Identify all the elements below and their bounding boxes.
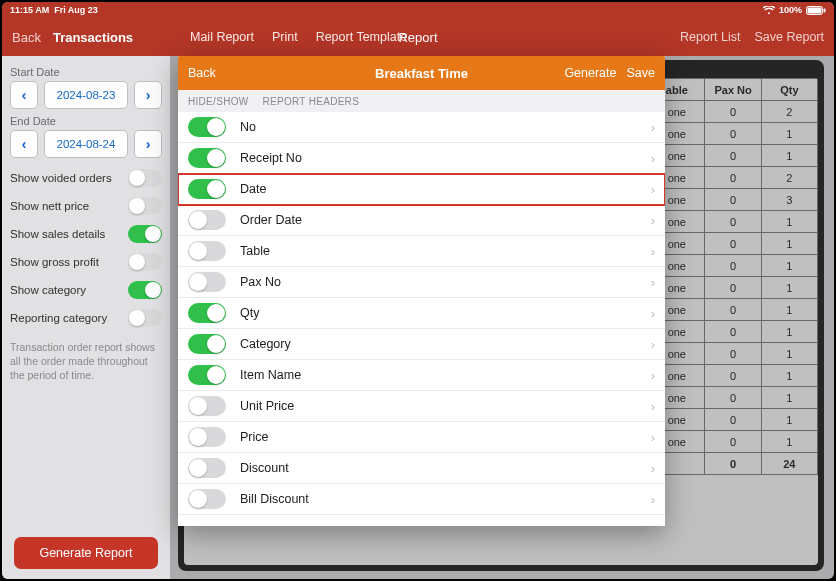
sidebar-option-label: Show nett price bbox=[10, 200, 89, 213]
chevron-right-icon: › bbox=[651, 306, 655, 321]
status-time: 11:15 AM Fri Aug 23 bbox=[10, 5, 98, 15]
chevron-right-icon: › bbox=[651, 492, 655, 507]
modal-row[interactable]: Order Date› bbox=[178, 205, 665, 236]
end-date-button[interactable]: 2024-08-24 bbox=[44, 130, 128, 158]
wifi-icon bbox=[763, 6, 775, 15]
modal-sub-hide: HIDE/SHOW bbox=[188, 96, 248, 107]
modal-row[interactable]: Table› bbox=[178, 236, 665, 267]
modal-row-label: Order Date bbox=[240, 213, 302, 227]
modal-back[interactable]: Back bbox=[188, 66, 216, 80]
sidebar-option-toggle[interactable] bbox=[128, 169, 162, 187]
nav-back[interactable]: Back bbox=[12, 30, 41, 45]
modal-row-toggle[interactable] bbox=[188, 365, 226, 385]
modal-sub-headers: REPORT HEADERS bbox=[262, 96, 359, 107]
nav-report-template[interactable]: Report Template bbox=[316, 30, 408, 44]
sidebar-option-toggle[interactable] bbox=[128, 225, 162, 243]
modal-row-toggle[interactable] bbox=[188, 179, 226, 199]
end-date-next[interactable]: › bbox=[134, 130, 162, 158]
modal-row-toggle[interactable] bbox=[188, 117, 226, 137]
chevron-right-icon: › bbox=[651, 399, 655, 414]
chevron-right-icon: › bbox=[651, 275, 655, 290]
start-date-label: Start Date bbox=[10, 66, 162, 78]
sidebar: Start Date ‹ 2024-08-23 › End Date ‹ 202… bbox=[2, 56, 170, 579]
modal-row[interactable]: Price› bbox=[178, 422, 665, 453]
modal-row[interactable]: Category› bbox=[178, 329, 665, 360]
modal-row[interactable]: Qty› bbox=[178, 298, 665, 329]
modal-row[interactable]: Discount› bbox=[178, 453, 665, 484]
nav-title: Transactions bbox=[53, 30, 133, 45]
chevron-right-icon: › bbox=[651, 182, 655, 197]
modal-row-toggle[interactable] bbox=[188, 210, 226, 230]
chevron-right-icon: › bbox=[651, 461, 655, 476]
modal-row-label: Pax No bbox=[240, 275, 281, 289]
modal-row-toggle[interactable] bbox=[188, 427, 226, 447]
nav-center-title: Report bbox=[398, 30, 437, 45]
modal-row-toggle[interactable] bbox=[188, 396, 226, 416]
sidebar-option: Show sales details bbox=[10, 220, 162, 248]
start-date-button[interactable]: 2024-08-23 bbox=[44, 81, 128, 109]
modal-row-label: Item Name bbox=[240, 368, 301, 382]
sidebar-option-toggle[interactable] bbox=[128, 197, 162, 215]
sidebar-option-label: Show gross profit bbox=[10, 256, 99, 269]
modal-row-label: Unit Price bbox=[240, 399, 294, 413]
nav-print[interactable]: Print bbox=[272, 30, 298, 44]
modal-row-toggle[interactable] bbox=[188, 303, 226, 323]
modal-row[interactable]: Date› bbox=[178, 174, 665, 205]
modal-row-label: Price bbox=[240, 430, 268, 444]
modal-row-label: Qty bbox=[240, 306, 259, 320]
start-date-next[interactable]: › bbox=[134, 81, 162, 109]
modal-row-label: Receipt No bbox=[240, 151, 302, 165]
modal-row-label: Bill Discount bbox=[240, 492, 309, 506]
svg-rect-2 bbox=[824, 8, 826, 12]
end-date-prev[interactable]: ‹ bbox=[10, 130, 38, 158]
modal-row-label: No bbox=[240, 120, 256, 134]
report-headers-modal: Back Breakfast Time Generate Save HIDE/S… bbox=[178, 56, 665, 526]
modal-row-toggle[interactable] bbox=[188, 334, 226, 354]
chevron-right-icon: › bbox=[651, 337, 655, 352]
sidebar-option-label: Show sales details bbox=[10, 228, 105, 241]
modal-list[interactable]: No›Receipt No›Date›Order Date›Table›Pax … bbox=[178, 112, 665, 526]
modal-row-toggle[interactable] bbox=[188, 272, 226, 292]
modal-row-label: Table bbox=[240, 244, 270, 258]
nav-save-report[interactable]: Save Report bbox=[755, 30, 824, 44]
sidebar-option-label: Reporting category bbox=[10, 312, 107, 325]
sidebar-option-toggle[interactable] bbox=[128, 253, 162, 271]
generate-report-button[interactable]: Generate Report bbox=[14, 537, 158, 569]
modal-row[interactable]: Unit Price› bbox=[178, 391, 665, 422]
sidebar-hint: Transaction order report shows all the o… bbox=[10, 340, 162, 383]
chevron-right-icon: › bbox=[651, 120, 655, 135]
nav-report-list[interactable]: Report List bbox=[680, 30, 740, 44]
sidebar-option: Show voided orders bbox=[10, 164, 162, 192]
end-date-label: End Date bbox=[10, 115, 162, 127]
status-bar: 11:15 AM Fri Aug 23 100% bbox=[2, 2, 834, 18]
modal-row-toggle[interactable] bbox=[188, 148, 226, 168]
battery-icon bbox=[806, 6, 826, 15]
modal-title: Breakfast Time bbox=[375, 66, 468, 81]
sidebar-option: Show gross profit bbox=[10, 248, 162, 276]
nav-mail-report[interactable]: Mail Report bbox=[190, 30, 254, 44]
svg-rect-1 bbox=[808, 7, 822, 13]
modal-save[interactable]: Save bbox=[627, 66, 656, 80]
modal-row-toggle[interactable] bbox=[188, 458, 226, 478]
modal-row-label: Discount bbox=[240, 461, 289, 475]
modal-row-label: Category bbox=[240, 337, 291, 351]
modal-subheader: HIDE/SHOW REPORT HEADERS bbox=[178, 90, 665, 112]
sidebar-option-label: Show voided orders bbox=[10, 172, 112, 185]
modal-row[interactable]: No› bbox=[178, 112, 665, 143]
modal-row-toggle[interactable] bbox=[188, 489, 226, 509]
modal-row-toggle[interactable] bbox=[188, 241, 226, 261]
battery-text: 100% bbox=[779, 5, 802, 15]
modal-row[interactable]: Bill Discount› bbox=[178, 484, 665, 515]
sidebar-option-toggle[interactable] bbox=[128, 309, 162, 327]
sidebar-option-toggle[interactable] bbox=[128, 281, 162, 299]
modal-row[interactable]: Item Name› bbox=[178, 360, 665, 391]
modal-generate[interactable]: Generate bbox=[564, 66, 616, 80]
modal-row[interactable]: Receipt No› bbox=[178, 143, 665, 174]
chevron-right-icon: › bbox=[651, 213, 655, 228]
start-date-prev[interactable]: ‹ bbox=[10, 81, 38, 109]
sidebar-option: Reporting category bbox=[10, 304, 162, 332]
modal-header: Back Breakfast Time Generate Save bbox=[178, 56, 665, 90]
sidebar-option-label: Show category bbox=[10, 284, 86, 297]
modal-row[interactable]: Pax No› bbox=[178, 267, 665, 298]
sidebar-option: Show category bbox=[10, 276, 162, 304]
